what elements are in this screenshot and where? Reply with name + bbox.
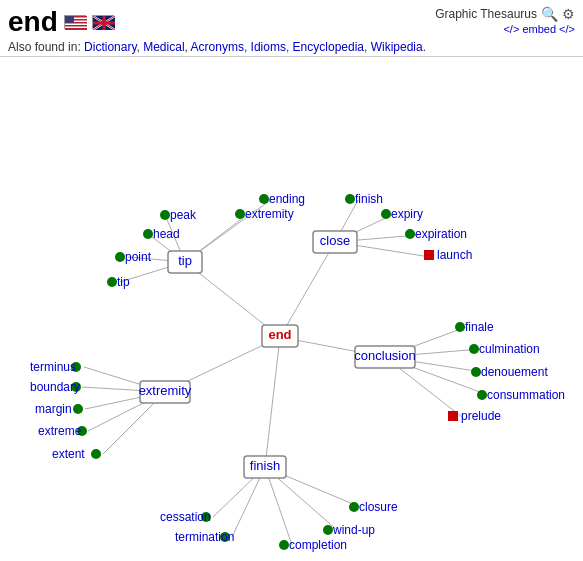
dot-prelude-red (448, 411, 458, 421)
link-acronyms[interactable]: Acronyms (191, 40, 244, 54)
leaf-launch[interactable]: launch (437, 248, 472, 262)
leaf-completion[interactable]: completion (289, 538, 347, 552)
leaf-extreme[interactable]: extreme (38, 424, 82, 438)
leaf-head[interactable]: head (153, 227, 180, 241)
dot-completion (279, 540, 289, 550)
dot-expiration (405, 229, 415, 239)
also-found-label: Also found in: (8, 40, 81, 54)
leaf-boundary[interactable]: boundary (30, 380, 80, 394)
link-medical[interactable]: Medical (143, 40, 184, 54)
leaf-expiry[interactable]: expiry (391, 207, 423, 221)
svg-rect-5 (65, 16, 74, 23)
link-wikipedia[interactable]: Wikipedia (371, 40, 423, 54)
search-icon[interactable]: 🔍 (541, 6, 558, 22)
edge-finish (265, 337, 280, 467)
leaf-expiration[interactable]: expiration (415, 227, 467, 241)
dot-windup (323, 525, 333, 535)
dot-head (143, 229, 153, 239)
svg-rect-3 (65, 24, 87, 26)
leaf-extremity-tip[interactable]: extremity (245, 207, 294, 221)
leaf-closure[interactable]: closure (359, 500, 398, 514)
dot-closure (349, 502, 359, 512)
link-dictionary[interactable]: Dictionary (84, 40, 136, 54)
node-conclusion-label[interactable]: conclusion (354, 348, 415, 363)
node-tip-label[interactable]: tip (178, 253, 192, 268)
leaf-cessation[interactable]: cessation (160, 510, 211, 524)
graph-area: end tip close extremity conclusion finis… (0, 57, 583, 557)
flag-uk-icon (92, 15, 114, 29)
also-found: Also found in: Dictionary, Medical, Acro… (8, 40, 575, 54)
node-close-label[interactable]: close (320, 233, 350, 248)
leaf-consummation[interactable]: consummation (487, 388, 565, 402)
leaf-point[interactable]: point (125, 250, 152, 264)
leaf-finish-close[interactable]: finish (355, 192, 383, 206)
leaf-margin[interactable]: margin (35, 402, 72, 416)
top-right: Graphic Thesaurus 🔍 ⚙ </> embed </> (435, 6, 575, 36)
graph-svg: end tip close extremity conclusion finis… (0, 57, 583, 557)
dot-launch-red (424, 250, 434, 260)
dot-denouement (471, 367, 481, 377)
leaf-ending[interactable]: ending (269, 192, 305, 206)
dot-finale (455, 322, 465, 332)
node-extremity-label[interactable]: extremity (139, 383, 192, 398)
link-idioms[interactable]: Idioms (251, 40, 286, 54)
leaf-culmination[interactable]: culmination (479, 342, 540, 356)
dot-consummation (477, 390, 487, 400)
leaf-terminus[interactable]: terminus (30, 360, 76, 374)
dot-peak (160, 210, 170, 220)
dot-finish-close (345, 194, 355, 204)
leaf-extent[interactable]: extent (52, 447, 85, 461)
node-finish-label[interactable]: finish (250, 458, 280, 473)
top-right-row: Graphic Thesaurus 🔍 ⚙ (435, 6, 575, 22)
leaf-denouement[interactable]: denouement (481, 365, 548, 379)
dot-culmination (469, 344, 479, 354)
node-end-label[interactable]: end (268, 327, 291, 342)
dot-extremity-tip (235, 209, 245, 219)
leaf-tip[interactable]: tip (117, 275, 130, 289)
link-encyclopedia[interactable]: Encyclopedia (293, 40, 364, 54)
edge-close (280, 242, 335, 337)
dot-extent (91, 449, 101, 459)
leaf-termination[interactable]: termination (175, 530, 234, 544)
svg-rect-4 (65, 27, 87, 29)
leaf-windup[interactable]: wind-up (332, 523, 375, 537)
dot-margin (73, 404, 83, 414)
leaf-prelude[interactable]: prelude (461, 409, 501, 423)
flag-us-icon (64, 15, 86, 29)
dot-tip (107, 277, 117, 287)
leaf-finale[interactable]: finale (465, 320, 494, 334)
dot-expiry (381, 209, 391, 219)
settings-icon[interactable]: ⚙ (562, 6, 575, 22)
dot-point (115, 252, 125, 262)
embed-link[interactable]: </> embed </> (503, 23, 575, 35)
graphic-thesaurus-label: Graphic Thesaurus (435, 7, 537, 21)
main-word: end (8, 6, 58, 38)
dot-ending (259, 194, 269, 204)
leaf-peak[interactable]: peak (170, 208, 197, 222)
